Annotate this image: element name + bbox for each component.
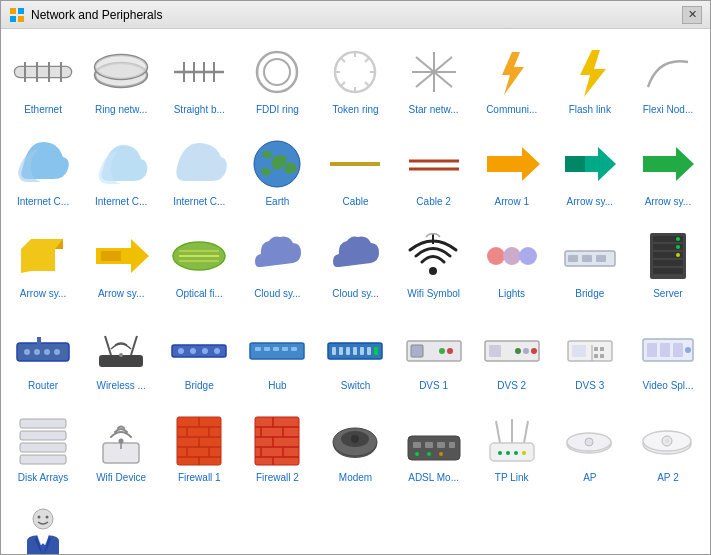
label-firewall2: Firewall 2: [256, 472, 299, 484]
item-wireless[interactable]: Wireless ...: [83, 313, 159, 403]
label-cable2: Cable 2: [416, 196, 450, 208]
label-modem: Modem: [339, 472, 372, 484]
svg-rect-102: [353, 347, 357, 355]
item-arrow-sy1[interactable]: Arrow sy...: [552, 129, 628, 219]
svg-rect-180: [449, 442, 455, 448]
item-server[interactable]: Server: [630, 221, 706, 311]
item-ring-network[interactable]: Ring netw...: [83, 37, 159, 127]
icon-arrow-sy2: [636, 134, 700, 194]
svg-point-89: [214, 348, 220, 354]
item-arrow-sy4[interactable]: Arrow sy...: [83, 221, 159, 311]
svg-rect-128: [647, 343, 657, 357]
svg-point-116: [523, 348, 529, 354]
icon-firewall1: [167, 410, 231, 470]
close-button[interactable]: ✕: [682, 6, 702, 24]
label-ring-network: Ring netw...: [95, 104, 147, 116]
item-hub[interactable]: Hub: [239, 313, 315, 403]
label-optical-fi: Optical fi...: [176, 288, 223, 300]
label-arrow-sy4: Arrow sy...: [98, 288, 144, 300]
item-token-ring[interactable]: Token ring: [317, 37, 393, 127]
item-bridge1[interactable]: Bridge: [552, 221, 628, 311]
icon-dvs3: [558, 318, 622, 378]
item-lights[interactable]: Lights: [474, 221, 550, 311]
label-dvs2: DVS 2: [497, 380, 526, 392]
svg-line-184: [496, 421, 500, 443]
item-firewall1[interactable]: Firewall 1: [161, 405, 237, 495]
item-user[interactable]: User: [5, 497, 81, 554]
item-communications[interactable]: Communi...: [474, 37, 550, 127]
icon-dvs2: [480, 318, 544, 378]
svg-rect-125: [600, 354, 604, 358]
icon-hub: [245, 318, 309, 378]
item-wifi-device[interactable]: Wifi Device: [83, 405, 159, 495]
item-adsl-mo[interactable]: ADSL Mo...: [396, 405, 472, 495]
item-bridge2[interactable]: Bridge: [161, 313, 237, 403]
icon-star-network: [402, 42, 466, 102]
item-earth[interactable]: Earth: [239, 129, 315, 219]
icon-optical-fi: [167, 226, 231, 286]
label-cloud-sy1: Cloud sy...: [254, 288, 301, 300]
content-area: Ethernet Ring netw...: [1, 29, 710, 554]
item-star-network[interactable]: Star netw...: [396, 37, 472, 127]
item-ap2[interactable]: AP 2: [630, 405, 706, 495]
item-flexi-node[interactable]: Flexi Nod...: [630, 37, 706, 127]
svg-rect-61: [568, 255, 578, 262]
item-disk-arrays[interactable]: Disk Arrays: [5, 405, 81, 495]
item-internet-c1[interactable]: Internet C...: [5, 129, 81, 219]
svg-point-174: [351, 435, 359, 443]
icon-ap: [558, 410, 622, 470]
item-router[interactable]: Router: [5, 313, 81, 403]
item-cable2[interactable]: Cable 2: [396, 129, 472, 219]
icon-token-ring: [323, 42, 387, 102]
label-arrow-sy2: Arrow sy...: [645, 196, 691, 208]
svg-rect-124: [594, 354, 598, 358]
item-arrow-sy3[interactable]: Arrow sy...: [5, 221, 81, 311]
item-ethernet[interactable]: Ethernet: [5, 37, 81, 127]
svg-point-182: [427, 452, 431, 456]
item-cloud-sy1[interactable]: Cloud sy...: [239, 221, 315, 311]
icon-cloud-sy2: [323, 226, 387, 286]
item-straight-bus[interactable]: Straight b...: [161, 37, 237, 127]
svg-point-83: [119, 353, 123, 357]
item-internet-c3[interactable]: Internet C...: [161, 129, 237, 219]
svg-marker-34: [502, 52, 524, 95]
item-fddi-ring[interactable]: FDDI ring: [239, 37, 315, 127]
svg-rect-105: [374, 347, 378, 355]
svg-rect-179: [437, 442, 445, 448]
icon-wireless: [89, 318, 153, 378]
item-dvs3[interactable]: DVS 3: [552, 313, 628, 403]
item-dvs1[interactable]: DVS 1: [396, 313, 472, 403]
item-wifi-symbol[interactable]: Wifi Symbol: [396, 221, 472, 311]
svg-rect-132: [20, 419, 66, 428]
window: Network and Peripherals ✕ Ethernet: [0, 0, 711, 555]
svg-line-27: [341, 58, 345, 62]
item-cloud-sy2[interactable]: Cloud sy...: [317, 221, 393, 311]
item-modem[interactable]: Modem: [317, 405, 393, 495]
label-ap2: AP 2: [657, 472, 679, 484]
item-internet-c2[interactable]: Internet C...: [83, 129, 159, 219]
item-firewall2[interactable]: Firewall 2: [239, 405, 315, 495]
item-switch[interactable]: Switch: [317, 313, 393, 403]
svg-rect-187: [490, 443, 534, 461]
svg-point-205: [665, 439, 669, 443]
icon-flash-link: [558, 42, 622, 102]
item-tp-link[interactable]: TP Link: [474, 405, 550, 495]
item-optical-fi[interactable]: Optical fi...: [161, 221, 237, 311]
svg-point-190: [506, 451, 510, 455]
item-cable[interactable]: Cable: [317, 129, 393, 219]
svg-point-76: [34, 349, 40, 355]
item-ap[interactable]: AP: [552, 405, 628, 495]
item-video-spl[interactable]: Video Spl...: [630, 313, 706, 403]
item-arrow-sy2[interactable]: Arrow sy...: [630, 129, 706, 219]
label-token-ring: Token ring: [332, 104, 378, 116]
item-arrow1[interactable]: Arrow 1: [474, 129, 550, 219]
svg-point-142: [119, 438, 124, 443]
svg-point-71: [676, 245, 680, 249]
label-hub: Hub: [268, 380, 286, 392]
svg-point-13: [95, 55, 147, 79]
item-dvs2[interactable]: DVS 2: [474, 313, 550, 403]
item-flash-link[interactable]: Flash link: [552, 37, 628, 127]
icon-ap2: [636, 410, 700, 470]
icon-arrow-sy4: [89, 226, 153, 286]
svg-rect-136: [20, 443, 66, 452]
